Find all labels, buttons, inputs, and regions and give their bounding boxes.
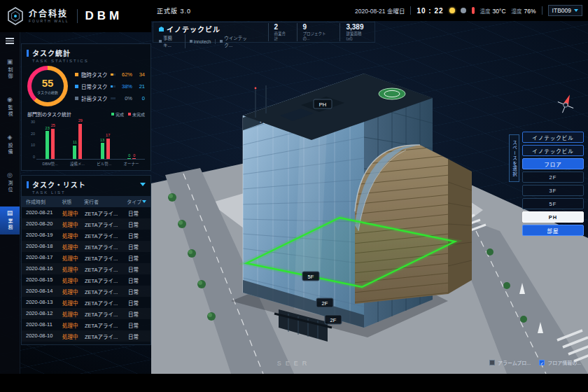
svg-text:2F: 2F (322, 300, 328, 307)
table-row[interactable]: 2020-08-16処理中ZETAアライ...日常 (22, 263, 150, 274)
sidebar-item-positioning[interactable]: ◎ 測位 (0, 169, 20, 197)
floor-btn-ph[interactable]: PH (522, 211, 584, 223)
table-row[interactable]: 2020-08-19処理中ZETAアライ...日常 (22, 230, 150, 241)
bar-group: 0 0 (127, 154, 136, 160)
nav-label: 監視 (6, 105, 13, 118)
space-select-tab[interactable]: スペースを選択 (509, 134, 519, 182)
table-row[interactable]: 2020-08-20処理中ZETAアライ...日常 (22, 218, 150, 230)
svg-text:5F: 5F (308, 274, 314, 280)
table-row[interactable]: 2020-08-14処理中ZETAアライ...日常 (22, 286, 150, 297)
temp-value: 30°C (493, 8, 506, 15)
building-tab-1[interactable]: 事務キ... (159, 34, 186, 48)
sort-caret-icon[interactable] (142, 200, 146, 203)
task-type-row: 計画タスク 0% 0 (75, 94, 145, 102)
task-stats-panel: タスク統計 TASK STATISTICS 55 タスクの総数 臨時タスク 62… (21, 43, 151, 171)
task-list-panel: タスク・リスト TASK LIST 作成時刻 状態 実行者 タイプ 2020-0… (21, 175, 151, 345)
floor-btn-2f[interactable]: 2F (522, 172, 584, 183)
positioning-icon: ◎ (7, 172, 13, 178)
dept-chart-title: 部門別のタスク統計 (27, 111, 71, 118)
dot-icon (75, 73, 78, 76)
floor-btn-building-2[interactable]: イノテックビル (522, 145, 584, 156)
sidebar-item-monitoring[interactable]: ◉ 監視 (0, 93, 20, 121)
letterbox-band (0, 374, 588, 392)
alarm-overlay-checkbox[interactable]: アラームプロ... (489, 359, 531, 366)
table-row[interactable]: 2020-08-18処理中ZETAアライ...日常 (22, 241, 150, 252)
task-type-row: 日常タスク 38% 21 (75, 83, 145, 90)
floor-info-checkbox[interactable]: ✓ フロア情報の... (539, 359, 581, 366)
sidebar-item-equipment[interactable]: ◈ 設備 (0, 131, 20, 159)
table-row[interactable]: 2020-08-12処理中ZETAアライ...日常 (22, 308, 150, 319)
table-row[interactable]: 2020-08-09処理中ZETAアライ...日常 (22, 342, 150, 345)
task-total: 55 (42, 78, 54, 88)
legend-undone: 未完成 (128, 111, 145, 118)
panel-subtitle: TASK STATISTICS (22, 58, 150, 64)
svg-text:PH: PH (319, 102, 326, 108)
date-label: 2020-08-21 金曜日 (355, 6, 405, 15)
table-row[interactable]: 2020-08-11処理中ZETAアライ...日常 (22, 319, 150, 330)
dept-bar-chart: 30 20 10 0 23 25 11 29 13 (27, 120, 145, 167)
building-tab-2[interactable]: innotech (190, 39, 216, 44)
version-label: 正式版 3.0 (157, 6, 191, 15)
bar-group: 11 29 (73, 119, 83, 159)
task-total-label: タスクの総数 (37, 90, 58, 94)
nav-label: 測位 (6, 181, 13, 193)
sidebar-item-control[interactable]: ▣ 制御 (0, 55, 20, 83)
panel-title: タスク・リスト (32, 179, 86, 190)
table-row[interactable]: 2020-08-10処理中ZETAアライ...日常 (22, 330, 150, 342)
building-mini-icon (159, 40, 162, 43)
app-logo: 介合科技 FOURTH WALL DBM (0, 0, 151, 32)
equipment-icon: ◈ (8, 134, 13, 141)
floor-btn-floor[interactable]: フロア (522, 158, 584, 169)
floor-tag-2f-b[interactable]: 2F (325, 315, 342, 324)
nav-label: 設備 (6, 143, 13, 155)
filter-icon[interactable] (140, 183, 146, 186)
building-icon (159, 27, 164, 31)
checkbox-checked-icon: ✓ (539, 360, 545, 365)
floor-btn-building-1[interactable]: イノテックビル (522, 132, 584, 143)
temp-label: 温度 (480, 7, 491, 15)
monitor-icon: ◉ (7, 97, 13, 103)
sun-icon (449, 8, 455, 13)
table-row[interactable]: 2020-08-15処理中ZETAアライ...日常 (22, 274, 150, 286)
device-selector[interactable]: ITB009 (548, 5, 582, 16)
floor-tag-5f[interactable]: 5F (302, 272, 319, 281)
accent-bar (27, 181, 29, 188)
bar-group: 13 17 (100, 134, 110, 159)
floor-btn-room[interactable]: 部屋 (522, 225, 584, 236)
bar-group: 23 25 (46, 124, 55, 159)
humidity-value: 76% (524, 8, 536, 15)
floor-tag-2f-a[interactable]: 2F (316, 298, 333, 307)
brand-subtitle: FOURTH WALL (29, 20, 69, 23)
building-mini-icon (220, 40, 223, 43)
sidebar-item-tasks[interactable]: ▤ 業務 (0, 206, 20, 234)
divider (410, 6, 411, 15)
table-row[interactable]: 2020-08-17処理中ZETAアライ...日常 (22, 252, 150, 263)
building-mini-icon (190, 40, 192, 43)
table-row[interactable]: 2020-08-13処理中ZETAアライ...日常 (22, 297, 150, 308)
dot-icon (75, 97, 78, 100)
legend-done: 完成 (111, 111, 124, 118)
building-title: イノテックビル (167, 24, 220, 34)
stat-commercial: 2 商業合計 (268, 23, 290, 41)
brand-dbm: DBM (85, 9, 123, 23)
control-icon: ▣ (7, 59, 13, 65)
task-donut: 55 タスクの総数 (27, 66, 68, 106)
watermark: SEER (252, 360, 336, 367)
divider (77, 9, 78, 23)
side-nav: ▣ 制御 ◉ 監視 ◈ 設備 ◎ 測位 ▤ 業務 (0, 32, 20, 374)
building-tab-3[interactable]: ウインテック... (220, 34, 259, 48)
floor-btn-5f[interactable]: 5F (522, 198, 584, 209)
stat-floor-area: 3,389 建築面積 (㎡) (340, 23, 369, 41)
nav-label: 制御 (6, 67, 13, 80)
svg-text:2F: 2F (330, 317, 337, 323)
floor-btn-3f[interactable]: 3F (522, 185, 584, 196)
tasks-icon: ▤ (7, 210, 13, 216)
menu-icon[interactable] (6, 38, 14, 44)
table-row[interactable]: 2020-08-21処理中ZETAアライ...日常 (22, 207, 150, 218)
table-header: 作成時刻 状態 実行者 タイプ (22, 196, 150, 207)
nav-label: 業務 (6, 218, 13, 231)
brand-name: 介合科技 (29, 10, 69, 18)
hexagon-logo-icon (7, 7, 24, 25)
dot-icon (75, 85, 78, 88)
floor-tag-ph[interactable]: PH (314, 99, 332, 108)
